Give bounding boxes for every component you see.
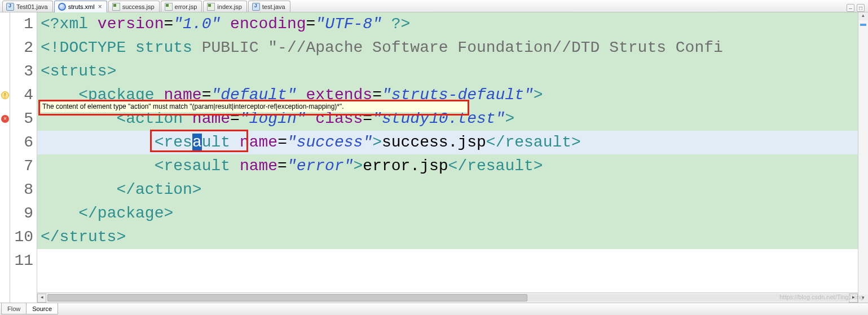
annotation-highlight-tooltip: The content of element type "action" mus… (38, 100, 469, 116)
tab-label: struts.xml (68, 3, 95, 10)
jsp-file-icon (165, 3, 173, 11)
line-number: 2 (10, 36, 33, 60)
code-line[interactable]: <?xml version="1.0" encoding="UTF-8" ?> (37, 12, 410, 36)
tab-label: error.jsp (175, 3, 197, 10)
code-line[interactable]: <struts> (37, 60, 116, 83)
close-tab-icon[interactable]: × (98, 3, 102, 11)
code-line[interactable]: <resault name="error">error.jsp</resault… (37, 154, 543, 178)
minimize-editor-button[interactable]: – (847, 4, 854, 12)
java-file-icon (252, 3, 260, 11)
editor-tab[interactable]: index.jsp (203, 1, 246, 12)
view-tab-source[interactable]: Source (26, 303, 58, 314)
scroll-left-button[interactable]: ◂ (37, 294, 46, 303)
java-file-icon (6, 3, 14, 11)
editor-tab[interactable]: success.jsp (108, 1, 160, 12)
code-editor[interactable]: <?xml version="1.0" encoding="UTF-8" ?> … (37, 12, 858, 303)
line-number: 3 (10, 60, 33, 83)
line-number: 8 (10, 178, 33, 202)
tab-label: test.java (262, 3, 285, 10)
tab-label: success.jsp (122, 3, 155, 10)
line-number: 10 (10, 225, 33, 249)
warning-marker-icon[interactable]: ! (1, 91, 9, 99)
maximize-editor-button[interactable]: □ (857, 4, 865, 12)
horizontal-scrollbar[interactable]: ◂ ▸ (37, 292, 858, 303)
validation-tooltip: The content of element type "action" mus… (40, 101, 468, 112)
editor-area: !× 1234567891011 <?xml version="1.0" enc… (0, 12, 868, 303)
scroll-right-button[interactable]: ▸ (849, 294, 858, 303)
xml-file-icon (58, 3, 66, 11)
line-number: 5 (10, 107, 33, 131)
code-line[interactable]: </struts> (37, 225, 126, 249)
scroll-thumb[interactable] (47, 294, 527, 301)
line-number: 7 (10, 154, 33, 178)
editor-view-tabs: FlowSource (0, 303, 868, 315)
code-line[interactable]: </action> (37, 178, 202, 202)
scroll-down-button[interactable]: ▾ (858, 295, 868, 303)
tab-bar-controls: – □ (847, 4, 868, 12)
editor-tab[interactable]: struts.xml× (54, 1, 107, 12)
code-line[interactable]: <resault name="success">success.jsp</res… (37, 131, 581, 154)
editor-tab[interactable]: test.java (248, 1, 290, 12)
line-number: 6 (10, 131, 33, 154)
line-number: 1 (10, 12, 33, 36)
editor-tab[interactable]: error.jsp (161, 1, 202, 12)
marker-gutter: !× (0, 12, 10, 303)
annotation-highlight-tag (150, 130, 248, 152)
error-marker-icon[interactable]: × (1, 115, 9, 123)
line-number: 4 (10, 83, 33, 107)
line-number-column: 1234567891011 (10, 12, 37, 303)
code-line[interactable]: <!DOCTYPE struts PUBLIC "-//Apache Softw… (37, 36, 723, 60)
tab-label: index.jsp (217, 3, 241, 10)
editor-tab[interactable]: Test01.java (2, 1, 53, 12)
code-line[interactable] (37, 249, 41, 273)
jsp-file-icon (207, 3, 215, 11)
scroll-up-button[interactable]: ▴ (858, 12, 868, 20)
line-number: 11 (10, 249, 33, 273)
overview-ruler[interactable]: ▴ ▾ (858, 12, 868, 303)
code-line[interactable]: </package> (37, 202, 173, 225)
tab-label: Test01.java (16, 3, 48, 10)
view-tab-flow[interactable]: Flow (1, 303, 27, 314)
editor-tab-bar: Test01.javastruts.xml×success.jsperror.j… (0, 0, 868, 12)
jsp-file-icon (112, 3, 120, 11)
scroll-track[interactable] (47, 294, 848, 301)
line-number: 9 (10, 202, 33, 225)
